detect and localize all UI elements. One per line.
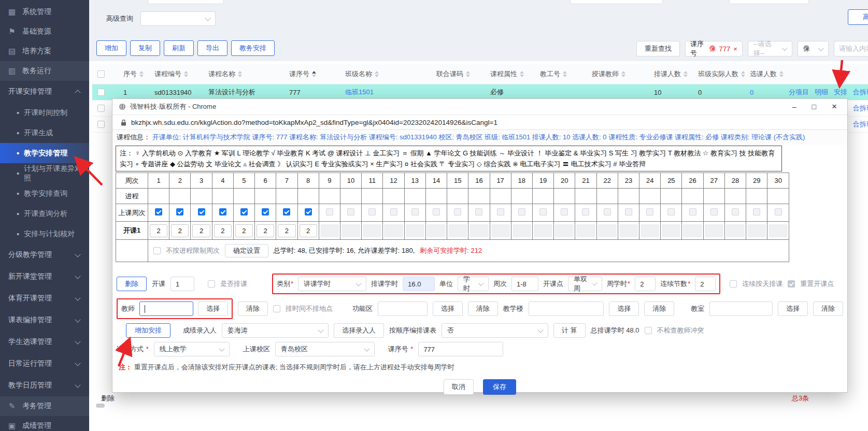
building-select-button[interactable]: 选择 xyxy=(609,301,639,316)
teacher-input[interactable] xyxy=(139,301,193,316)
week-checkbox[interactable] xyxy=(198,208,205,216)
table-header-cell[interactable]: 选课人数 xyxy=(745,69,784,79)
week-checkbox[interactable] xyxy=(539,208,547,216)
building-clear-button[interactable]: 清除 xyxy=(644,301,674,316)
truncated-filter-input[interactable] xyxy=(729,0,809,4)
sidebar-subitem[interactable]: •开课时间控制 xyxy=(0,103,89,123)
row-checkbox[interactable] xyxy=(97,121,105,128)
sidebar-group-collapsed[interactable]: 教学日历管理 xyxy=(0,375,89,396)
week-checkbox[interactable] xyxy=(667,208,675,216)
category-select[interactable]: 讲课学时 xyxy=(298,277,366,291)
session-hour-input[interactable]: 2 xyxy=(171,224,189,237)
sort-icon[interactable] xyxy=(684,71,688,77)
session-input[interactable]: 1 xyxy=(170,277,194,291)
delete-session-button[interactable]: 删除 xyxy=(117,277,147,291)
week-checkbox[interactable] xyxy=(283,208,290,216)
seq-input[interactable]: 777 xyxy=(418,342,503,356)
session-hour-input[interactable]: 2 xyxy=(214,224,232,237)
building-input[interactable] xyxy=(529,301,604,316)
week-checkbox[interactable] xyxy=(411,208,419,216)
sidebar-item[interactable]: ▤培养方案 xyxy=(0,41,89,61)
session-hour-input[interactable]: 2 xyxy=(192,224,210,237)
table-header-cell[interactable]: 课程编号 xyxy=(149,69,203,79)
advanced-button[interactable]: 高级 xyxy=(848,9,868,25)
func-area-select-button[interactable]: 选择 xyxy=(433,301,463,316)
reset-point-checkbox[interactable] xyxy=(788,280,795,288)
add-arrange-button[interactable]: 增加安排 xyxy=(126,323,170,338)
sort-icon[interactable] xyxy=(238,71,242,77)
session-hour-input[interactable]: 2 xyxy=(150,224,167,237)
sort-icon[interactable] xyxy=(741,71,745,77)
sidebar-subitem[interactable]: •开课查询分析 xyxy=(0,204,89,224)
consecutive-input[interactable]: 2 xyxy=(695,277,716,291)
no-limit-checkbox[interactable] xyxy=(153,247,161,254)
sidebar-item[interactable]: ▥教务运行 xyxy=(0,61,89,81)
week-checkbox[interactable] xyxy=(689,208,696,216)
row-action-link[interactable]: 合拆班 xyxy=(853,120,868,129)
unit-select[interactable]: 学时 xyxy=(458,277,489,291)
session-hour-input[interactable]: 2 xyxy=(257,224,274,237)
order-select[interactable]: 否 xyxy=(442,323,548,338)
table-header-cell[interactable]: 教工号 xyxy=(535,69,587,79)
table-header-cell[interactable]: 课序号 xyxy=(284,69,340,79)
teacher-select-button[interactable]: 选择 xyxy=(198,301,228,316)
row-action-link[interactable]: 分项目 xyxy=(789,88,809,97)
toolbar-button[interactable]: 教务安排 xyxy=(231,40,275,56)
week-checkbox[interactable] xyxy=(646,208,653,216)
sidebar-group-collapsed[interactable]: 学生选课管理 xyxy=(0,331,89,353)
week-checkbox[interactable] xyxy=(497,208,504,216)
week-checkbox[interactable] xyxy=(240,208,248,216)
week-checkbox[interactable] xyxy=(475,208,482,216)
sidebar-group-collapsed[interactable]: 分级教学管理 xyxy=(0,244,89,266)
week-checkbox[interactable] xyxy=(155,208,162,216)
sidebar-item[interactable]: ✎考务管理 xyxy=(0,396,89,416)
confirm-setting-button[interactable]: 确定设置 xyxy=(225,244,268,257)
advanced-query-select[interactable] xyxy=(140,11,216,26)
filter-tag-close-icon[interactable]: × xyxy=(733,45,737,53)
week-checkbox[interactable] xyxy=(710,208,718,216)
research-button[interactable]: 重新查找 xyxy=(636,41,680,56)
week-checkbox[interactable] xyxy=(176,208,183,216)
session-hour-input[interactable]: 2 xyxy=(278,224,295,237)
row-checkbox[interactable] xyxy=(97,89,105,96)
week-checkbox[interactable] xyxy=(518,208,525,216)
popup-url-bar[interactable]: bkzhjx.wh.sdu.edu.cn/kkglAction.do?metho… xyxy=(112,115,847,130)
bottom-delete-button[interactable]: 删除 xyxy=(101,394,115,403)
week-checkbox[interactable] xyxy=(454,208,461,216)
week-checkbox[interactable] xyxy=(347,208,354,216)
week-checkbox[interactable] xyxy=(604,208,611,216)
sort-icon[interactable] xyxy=(621,71,625,77)
row-action-link[interactable]: 合拆班 xyxy=(853,104,868,113)
week-checkbox[interactable] xyxy=(732,208,739,216)
sidebar-item[interactable]: ▦系统管理 xyxy=(0,2,89,22)
row-action-link[interactable]: 安排 xyxy=(834,88,847,97)
campus-select[interactable]: 青岛校区 xyxy=(275,342,375,356)
sort-icon[interactable] xyxy=(312,71,316,77)
toolbar-button[interactable]: 导出 xyxy=(197,40,227,56)
weeks-input[interactable]: 1-8 xyxy=(511,277,538,291)
row-checkbox[interactable] xyxy=(97,105,105,112)
time-only-checkbox[interactable] xyxy=(273,305,280,312)
calc-button[interactable]: 计 算 xyxy=(553,323,586,338)
truncated-filter-input[interactable] xyxy=(148,0,224,4)
horizontal-scrollbar[interactable] xyxy=(96,404,105,408)
no-conflict-checkbox[interactable] xyxy=(645,327,652,334)
sort-icon[interactable] xyxy=(563,71,567,77)
func-area-clear-button[interactable]: 清除 xyxy=(468,301,498,316)
sort-icon[interactable] xyxy=(139,71,144,77)
table-header-cell[interactable]: 序号 xyxy=(118,69,149,79)
arrange-checkbox[interactable] xyxy=(208,280,215,288)
table-header-cell[interactable]: 班级名称 xyxy=(340,69,431,79)
week-checkbox[interactable] xyxy=(326,208,333,216)
sidebar-item[interactable]: ⚑基础资源 xyxy=(0,22,89,41)
table-header-cell[interactable]: 授课教师 xyxy=(587,69,649,79)
week-checkbox[interactable] xyxy=(262,208,269,216)
by-day-checkbox[interactable] xyxy=(730,280,737,288)
toolbar-button[interactable]: 增加 xyxy=(96,40,126,56)
week-checkbox[interactable] xyxy=(219,208,226,216)
room-select-button[interactable]: 选择 xyxy=(778,301,808,316)
cell-link[interactable]: 0 xyxy=(750,89,753,96)
sidebar-subitem[interactable]: •计划与开课差异对照 xyxy=(0,163,89,183)
week-checkbox[interactable] xyxy=(368,208,376,216)
table-header-cell[interactable]: 课程属性 xyxy=(485,69,535,79)
